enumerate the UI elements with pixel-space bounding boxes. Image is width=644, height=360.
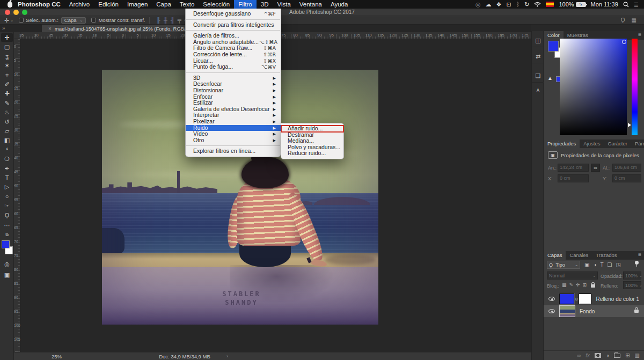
lasso-tool[interactable]: ʓ bbox=[1, 52, 13, 61]
filter-menu-item-convertir-para-filtros-inteligentes[interactable]: Convertir para filtros inteligentes bbox=[186, 22, 281, 28]
app-menu-title[interactable]: Photoshop CC bbox=[18, 1, 61, 8]
bluetooth-icon[interactable]: ᛒ bbox=[516, 1, 520, 8]
layer-filter-pin-icon[interactable] bbox=[635, 261, 639, 265]
show-transform-checkbox[interactable] bbox=[91, 18, 96, 23]
menu-capa[interactable]: Capa bbox=[152, 0, 175, 9]
menu-imagen[interactable]: Imagen bbox=[123, 0, 152, 9]
spotlight-search-icon[interactable] bbox=[623, 2, 629, 8]
notification-center-icon[interactable]: ≣ bbox=[634, 1, 639, 8]
character-styles-panel-icon[interactable]: ᴀ bbox=[532, 83, 544, 97]
filter-menu-item-otro[interactable]: Otro▶ bbox=[186, 137, 281, 144]
navigator-panel-icon[interactable]: ⇄ bbox=[532, 49, 544, 63]
wifi-icon[interactable] bbox=[534, 2, 541, 7]
height-field[interactable]: 106,68 cm bbox=[612, 164, 641, 172]
shape-tool[interactable]: ○ bbox=[1, 192, 13, 201]
auto-select-dropdown[interactable]: Capa ⌄ bbox=[61, 17, 86, 24]
airplay-display-icon[interactable]: ⊡ bbox=[506, 1, 511, 8]
x-field[interactable]: 0 cm bbox=[558, 174, 589, 182]
clone-stamp-tool[interactable]: ♨ bbox=[1, 108, 13, 116]
type-tool[interactable]: T bbox=[1, 173, 13, 182]
color-field[interactable] bbox=[560, 39, 627, 135]
layer-effects-icon[interactable]: fx bbox=[586, 352, 590, 358]
properties-tab-ajustes[interactable]: Ajustes bbox=[580, 139, 604, 148]
eyedropper-tool[interactable]: ✐ bbox=[1, 80, 13, 89]
spanish-keyboard-flag-icon[interactable] bbox=[546, 2, 554, 7]
history-brush-tool[interactable]: ↺ bbox=[1, 117, 13, 126]
new-group-icon[interactable] bbox=[614, 354, 620, 358]
quick-mask-icon[interactable]: ◎ bbox=[1, 260, 13, 268]
layers-tab-capas[interactable]: Capas bbox=[544, 251, 566, 260]
color-field-cursor[interactable] bbox=[622, 40, 626, 44]
toolbar-foreground-swatch[interactable] bbox=[2, 240, 10, 248]
filter-menu-item-video[interactable]: Vídeo▶ bbox=[186, 131, 281, 137]
document-tab[interactable]: × mael-balland-1504765-unsplash.jpg al 2… bbox=[42, 25, 202, 32]
cloud-sync-icon[interactable]: ☁ bbox=[486, 1, 492, 8]
blur-tool[interactable]: ❛ bbox=[1, 145, 13, 154]
move-tool[interactable]: ✛ bbox=[1, 33, 13, 42]
pen-tool[interactable]: ✒ bbox=[1, 164, 13, 173]
clone-source-panel-icon[interactable]: ❏ bbox=[532, 69, 544, 83]
link-dimensions-icon[interactable]: ∞ bbox=[591, 164, 600, 172]
foreground-color-swatch[interactable] bbox=[548, 41, 559, 52]
zoom-tool[interactable]: Ϙ bbox=[1, 211, 13, 219]
histogram-panel-icon[interactable]: ◫ bbox=[532, 33, 544, 47]
properties-tab-parrafo[interactable]: Párrafo bbox=[631, 139, 644, 148]
layers-tab-trazados[interactable]: Trazados bbox=[592, 251, 620, 260]
delete-layer-icon[interactable]: ▥ bbox=[635, 352, 640, 358]
swap-colors-icon[interactable]: ⧉ bbox=[1, 231, 13, 239]
hue-slider-pointer[interactable] bbox=[628, 123, 631, 127]
hue-slider[interactable] bbox=[632, 39, 638, 135]
brush-tool[interactable]: ✎ bbox=[1, 99, 13, 107]
tool-preset-chevron-icon[interactable]: ⌄ bbox=[10, 18, 13, 23]
workspace-switcher-icon[interactable]: ▦ bbox=[632, 17, 636, 23]
lock-buttons[interactable]: ▦✎✛⊞ bbox=[562, 282, 589, 288]
filter-menu-item-correccion-de-lente[interactable]: Corrección de lente...⇧⌘R bbox=[186, 52, 281, 58]
menu-filtro[interactable]: Filtro bbox=[234, 0, 257, 9]
eraser-tool[interactable]: ▱ bbox=[1, 127, 13, 135]
battery-indicator[interactable]: 100% ϟ bbox=[559, 1, 586, 8]
time-machine-icon[interactable]: ↻ bbox=[524, 1, 529, 8]
search-icon[interactable]: Ϙ bbox=[621, 17, 625, 23]
layer-row-fondo[interactable]: Fondo bbox=[544, 305, 644, 317]
layer-visibility-eye-icon[interactable] bbox=[548, 309, 555, 313]
layer-thumbnail[interactable] bbox=[559, 305, 575, 317]
noise-submenu-item-reducir-ruido[interactable]: Reducir ruido... bbox=[281, 150, 343, 157]
menubar-clock[interactable]: Mon 11:39 bbox=[591, 1, 618, 8]
menu-texto[interactable]: Texto bbox=[175, 0, 199, 9]
layers-tab-canales[interactable]: Canales bbox=[566, 251, 592, 260]
filter-menu-item-desenfoque-gaussiano[interactable]: Desenfoque gaussiano^⌘F bbox=[186, 11, 281, 17]
panel-menu-icon[interactable]: ≡ bbox=[635, 251, 644, 260]
menu-ventana[interactable]: Ventana bbox=[295, 0, 326, 9]
menu-ayuda[interactable]: Ayuda bbox=[326, 0, 352, 9]
blend-mode-dropdown[interactable]: Normal⌄ bbox=[547, 271, 598, 280]
camera-status-icon[interactable]: ◎ bbox=[475, 1, 481, 8]
auto-select-checkbox[interactable] bbox=[19, 18, 24, 23]
menu-3d[interactable]: 3D bbox=[257, 0, 273, 9]
edit-toolbar-icon[interactable]: ⋯ bbox=[1, 221, 13, 230]
layer-row-relleno-de-color-1[interactable]: 8Relleno de color 1 bbox=[544, 293, 644, 305]
crop-tool[interactable]: ⌗ bbox=[1, 71, 13, 79]
zoom-level-field[interactable]: 25% bbox=[52, 354, 62, 359]
layer-filter-type-icons[interactable]: ▣◑T❏◳ bbox=[584, 262, 625, 268]
filter-menu-item-pixelizar[interactable]: Pixelizar▶ bbox=[186, 119, 281, 125]
hand-tool[interactable]: ☞ bbox=[1, 201, 13, 210]
layer-visibility-eye-icon[interactable] bbox=[548, 297, 555, 301]
add-mask-icon[interactable] bbox=[595, 353, 601, 358]
filter-menu-item-explorar-filtros-en-linea[interactable]: Explorar filtros en línea... bbox=[186, 148, 281, 155]
screen-mode-icon[interactable]: ▣ bbox=[1, 270, 13, 279]
path-selection-tool[interactable]: ▷ bbox=[1, 182, 13, 191]
filter-menu-item-distorsionar[interactable]: Distorsionar▶ bbox=[186, 87, 281, 94]
apple-menu-icon[interactable] bbox=[8, 2, 12, 8]
menu-archivo[interactable]: Archivo bbox=[65, 0, 94, 9]
layer-mask-thumbnail[interactable] bbox=[579, 293, 591, 304]
menu-seleccion[interactable]: Selección bbox=[199, 0, 234, 9]
fill-layer-thumbnail[interactable] bbox=[559, 293, 574, 304]
new-layer-icon[interactable]: ⊞ bbox=[625, 352, 630, 358]
properties-tab-propiedades[interactable]: Propiedades bbox=[544, 139, 580, 148]
dropbox-icon[interactable]: ❖ bbox=[496, 1, 502, 8]
tab-overflow-icon[interactable]: » bbox=[2, 25, 5, 31]
opacity-field[interactable]: 100%⌄ bbox=[623, 271, 641, 280]
fill-field[interactable]: 100%⌄ bbox=[623, 281, 641, 289]
quick-selection-tool[interactable]: ✶ bbox=[1, 61, 13, 70]
link-layers-icon[interactable]: ∞ bbox=[577, 352, 581, 358]
